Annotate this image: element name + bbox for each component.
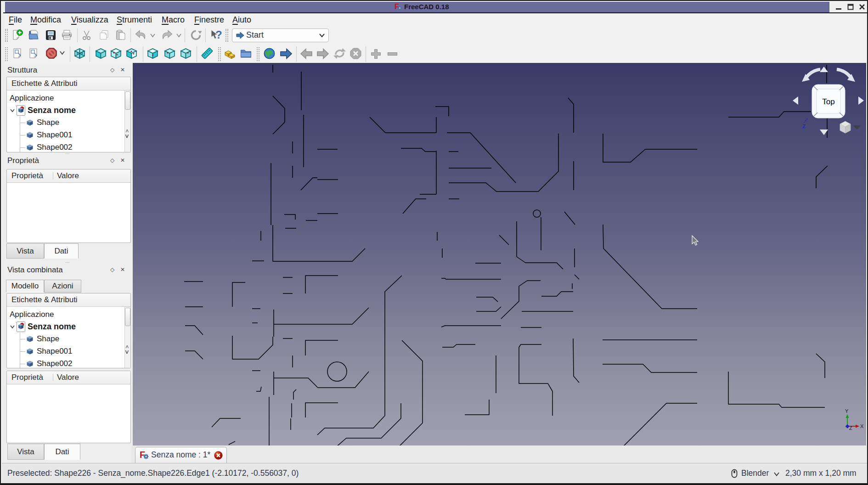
svg-text:Top: Top xyxy=(822,97,834,106)
svg-text:X: X xyxy=(860,423,864,429)
svg-text:Z: Z xyxy=(849,425,852,431)
svg-text:z: z xyxy=(802,122,806,130)
svg-text:Y: Y xyxy=(845,408,849,414)
